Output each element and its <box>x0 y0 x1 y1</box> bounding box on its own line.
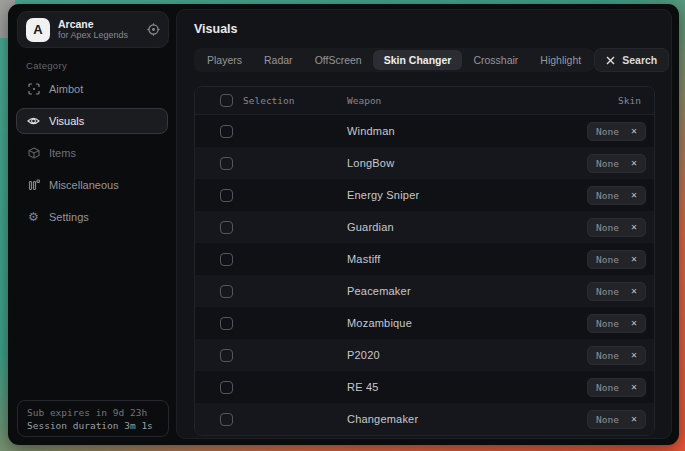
weapon-name: Energy Sniper <box>347 189 536 201</box>
clear-skin-icon[interactable]: ✕ <box>631 350 637 360</box>
skin-cell: None ✕ <box>536 346 654 365</box>
clear-skin-icon[interactable]: ✕ <box>631 382 637 392</box>
clear-skin-icon[interactable]: ✕ <box>631 190 637 200</box>
weapon-name: Windman <box>347 125 536 137</box>
skin-cell: None ✕ <box>536 250 654 269</box>
row-checkbox-cell <box>195 349 233 362</box>
tab-radar[interactable]: Radar <box>253 50 304 70</box>
skin-select-button[interactable]: None ✕ <box>587 122 646 141</box>
clear-skin-icon[interactable]: ✕ <box>631 158 637 168</box>
table-header-row: Selection Weapon Skin <box>195 87 654 115</box>
sidebar-item-label: Aimbot <box>49 83 83 95</box>
row-checkbox[interactable] <box>220 317 233 330</box>
table-row: P2020 None ✕ <box>195 339 654 371</box>
row-checkbox[interactable] <box>220 157 233 170</box>
skin-select-button[interactable]: None ✕ <box>587 346 646 365</box>
app-window: A Arcane for Apex Legends Category <box>8 4 679 445</box>
skin-value: None <box>596 286 619 297</box>
skin-select-button[interactable]: None ✕ <box>587 282 646 301</box>
sidebar-item-label: Visuals <box>49 115 84 127</box>
sidebar-item-aimbot[interactable]: Aimbot <box>16 76 168 102</box>
weapon-name: Mozambique <box>347 317 536 329</box>
sidebar-nav: Aimbot Visuals <box>16 76 168 236</box>
row-checkbox[interactable] <box>220 413 233 426</box>
sidebar: A Arcane for Apex Legends Category <box>8 4 176 445</box>
clear-skin-icon[interactable]: ✕ <box>631 414 637 424</box>
sidebar-item-label: Settings <box>49 211 89 223</box>
tab-players[interactable]: Players <box>196 50 253 70</box>
row-checkbox-cell <box>195 125 233 138</box>
skin-value: None <box>596 126 619 137</box>
skin-value: None <box>596 318 619 329</box>
skin-value: None <box>596 222 619 233</box>
tab-offscreen[interactable]: OffScreen <box>304 50 373 70</box>
skin-cell: None ✕ <box>536 314 654 333</box>
header-checkbox-cell <box>195 94 233 107</box>
table-row: Mastiff None ✕ <box>195 243 654 275</box>
search-button-label: Search <box>622 54 657 66</box>
table-row: Changemaker None ✕ <box>195 403 654 435</box>
gear-icon: ⚙ <box>27 211 40 223</box>
app-title: Arcane <box>58 18 147 30</box>
target-icon[interactable] <box>147 23 160 36</box>
clear-skin-icon[interactable]: ✕ <box>631 126 637 136</box>
weapon-name: P2020 <box>347 349 536 361</box>
skin-select-button[interactable]: None ✕ <box>587 314 646 333</box>
search-x-icon <box>606 56 615 65</box>
table-row: RE 45 None ✕ <box>195 371 654 403</box>
eye-icon <box>27 115 40 127</box>
skin-select-button[interactable]: None ✕ <box>587 218 646 237</box>
skin-select-button[interactable]: None ✕ <box>587 250 646 269</box>
skin-value: None <box>596 382 619 393</box>
table-row: Peacemaker None ✕ <box>195 275 654 307</box>
skin-select-button[interactable]: None ✕ <box>587 410 646 429</box>
sidebar-item-items[interactable]: Items <box>16 140 168 166</box>
crosshair-icon <box>27 83 40 95</box>
row-checkbox[interactable] <box>220 253 233 266</box>
row-checkbox[interactable] <box>220 125 233 138</box>
skin-select-button[interactable]: None ✕ <box>587 186 646 205</box>
app-subtitle: for Apex Legends <box>58 30 147 40</box>
clear-skin-icon[interactable]: ✕ <box>631 286 637 296</box>
session-duration-text: Session duration 3m 1s <box>27 420 159 431</box>
skin-value: None <box>596 350 619 361</box>
brand-card: A Arcane for Apex Legends <box>17 11 169 48</box>
clear-skin-icon[interactable]: ✕ <box>631 254 637 264</box>
row-checkbox[interactable] <box>220 285 233 298</box>
skin-value: None <box>596 254 619 265</box>
row-checkbox[interactable] <box>220 221 233 234</box>
table-row: Energy Sniper None ✕ <box>195 179 654 211</box>
sidebar-item-visuals[interactable]: Visuals <box>16 108 168 134</box>
subscription-card: Sub expires in 9d 23h Session duration 3… <box>17 400 169 437</box>
skin-cell: None ✕ <box>536 122 654 141</box>
page-title: Visuals <box>194 22 655 36</box>
sidebar-item-settings[interactable]: ⚙ Settings <box>16 204 168 230</box>
row-checkbox-cell <box>195 285 233 298</box>
row-checkbox[interactable] <box>220 349 233 362</box>
row-checkbox-cell <box>195 221 233 234</box>
tab-crosshair[interactable]: Crosshair <box>462 50 529 70</box>
row-checkbox[interactable] <box>220 381 233 394</box>
select-all-checkbox[interactable] <box>220 94 233 107</box>
desktop-background: A Arcane for Apex Legends Category <box>0 0 685 451</box>
row-checkbox[interactable] <box>220 189 233 202</box>
sidebar-item-label: Miscellaneous <box>49 179 119 191</box>
tab-highlight[interactable]: Highlight <box>529 50 592 70</box>
weapon-table: Selection Weapon Skin Windman None ✕ Lon… <box>194 86 655 436</box>
weapon-name: Mastiff <box>347 253 536 265</box>
row-checkbox-cell <box>195 253 233 266</box>
skin-select-button[interactable]: None ✕ <box>587 154 646 173</box>
skin-cell: None ✕ <box>536 378 654 397</box>
clear-skin-icon[interactable]: ✕ <box>631 222 637 232</box>
column-header-skin: Skin <box>536 95 654 106</box>
clear-skin-icon[interactable]: ✕ <box>631 318 637 328</box>
skin-select-button[interactable]: None ✕ <box>587 378 646 397</box>
search-button[interactable]: Search <box>594 48 669 72</box>
row-checkbox-cell <box>195 157 233 170</box>
skin-cell: None ✕ <box>536 218 654 237</box>
sidebar-item-miscellaneous[interactable]: Miscellaneous <box>16 172 168 198</box>
weapon-name: Guardian <box>347 221 536 233</box>
sub-expiry-text: Sub expires in 9d 23h <box>27 407 159 418</box>
tab-skin-changer[interactable]: Skin Changer <box>373 50 463 70</box>
tab-strip: PlayersRadarOffScreenSkin ChangerCrossha… <box>194 48 594 72</box>
